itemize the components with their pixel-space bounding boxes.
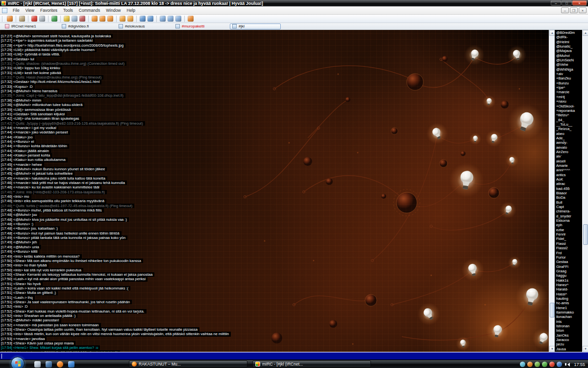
nicklist-item[interactable]: @UnSeeN <box>556 58 582 62</box>
taskbar-clock[interactable]: 17:55 <box>574 362 585 367</box>
tray-network-icon[interactable] <box>520 362 525 367</box>
dcc-send-icon[interactable] <box>140 16 146 22</box>
nicklist-item[interactable]: Capt <box>556 205 582 209</box>
nicklist-item[interactable]: AirZero <box>556 150 582 154</box>
nicklist-item[interactable]: inis <box>556 319 582 324</box>
nicklist-item[interactable]: +mHj <box>556 95 582 99</box>
nicklist-item[interactable]: Hakk1s <box>556 278 582 283</box>
nicklist-item[interactable]: ilonachan <box>556 315 582 319</box>
nicklist-item[interactable]: GiraFFi <box>556 264 582 269</box>
nicklist-item[interactable]: @dRk- <box>556 35 582 39</box>
connect-icon[interactable] <box>7 16 13 22</box>
tray-messenger-icon[interactable] <box>542 362 547 367</box>
nicklist-item[interactable]: haggu <box>556 273 582 278</box>
nicklist-item[interactable]: @lunatic_ <box>556 44 582 49</box>
nicklist-item[interactable]: Ixion <box>556 328 582 333</box>
nicklist-item[interactable]: ^liletzu^ <box>556 113 582 117</box>
nicklist-item[interactable]: Fidel_ <box>556 237 582 241</box>
volume-icon[interactable] <box>565 363 570 367</box>
menu-commands[interactable]: Commands <box>76 7 103 14</box>
disconnect-icon[interactable] <box>39 16 45 22</box>
nicklist-item[interactable]: +BanZku <box>556 76 582 80</box>
nicklist-item[interactable]: aevalo <box>556 145 582 150</box>
nicklist-item[interactable]: Flassi2 <box>556 246 582 250</box>
nicklist-item[interactable]: @Helmi <box>556 40 582 44</box>
switchbar-tab-elokuvaus[interactable]: #elokuvaus <box>116 24 167 29</box>
nicklist-item[interactable]: Jausa <box>556 347 582 351</box>
nicklist-item[interactable]: _64_ <box>556 118 582 122</box>
help-icon[interactable] <box>188 16 194 22</box>
switchbar-tab-digivideofi[interactable]: #digivideo.fi <box>59 24 110 29</box>
nicklist-item[interactable]: +Bunzu <box>556 81 582 85</box>
menu-window[interactable]: Window <box>103 7 123 14</box>
nicklist-item[interactable]: Bull <box>556 200 582 205</box>
nicklist-item[interactable]: itammakko <box>556 310 582 315</box>
menu-help[interactable]: Help <box>124 7 138 14</box>
nicklist-item[interactable]: Hene1 <box>556 306 582 310</box>
timer-icon[interactable] <box>72 16 77 22</box>
nicklist-item[interactable]: +aiv <box>556 72 582 76</box>
nicklist-item[interactable]: BoDa <box>556 195 582 200</box>
switchbar-tab-muropaketti[interactable]: #muropaketti <box>173 24 224 29</box>
tile-vertical-icon[interactable] <box>168 16 173 22</box>
channels-list-icon[interactable] <box>51 16 57 22</box>
nicklist-item[interactable]: hc-amis <box>556 301 582 305</box>
start-button[interactable] <box>11 357 24 368</box>
nicklist-item[interactable]: Hanez^ <box>556 283 582 287</box>
nicklist-item[interactable]: antics <box>556 173 582 177</box>
nicklist-scrollbar[interactable]: ▲ ▼ <box>582 30 588 352</box>
script-editor-icon[interactable] <box>92 16 98 22</box>
mdi-restore-button[interactable]: ❐ <box>570 7 578 13</box>
nicklist-item[interactable]: Jaracco <box>556 338 582 342</box>
nicklist-item[interactable]: @Vehe <box>556 62 582 67</box>
menu-view[interactable]: View <box>23 7 37 14</box>
nicklist-item[interactable]: __ToLu__ <box>556 122 582 127</box>
nicklist-item[interactable]: chimera- <box>556 209 582 213</box>
nicklist-item[interactable]: bad-455 <box>556 186 582 191</box>
cascade-windows-icon[interactable] <box>175 16 181 22</box>
message-input[interactable] <box>0 352 588 360</box>
channel-window-system-icon[interactable] <box>2 8 7 13</box>
nicklist-item[interactable]: Istronan <box>556 324 582 328</box>
nicklist-scrollbar-thumb[interactable] <box>583 224 588 245</box>
nicklist-item[interactable]: @B0red0m <box>556 30 582 35</box>
show-desktop-icon[interactable] <box>34 361 41 368</box>
chat-scrollbar-thumb[interactable] <box>550 303 555 317</box>
nicklist-item[interactable]: hauting <box>556 296 582 301</box>
nicklist-item[interactable]: _Reizca_ <box>556 127 582 131</box>
nicklist-item[interactable]: AoK <box>556 177 582 182</box>
nicklist-item[interactable]: +reporanka <box>556 108 582 113</box>
nicklist-item[interactable]: Amarie <box>556 163 582 168</box>
menu-favorites[interactable]: Favorites <box>37 7 60 14</box>
nicklist-item[interactable]: Ekkorna <box>556 218 582 223</box>
minimize-button[interactable]: – <box>551 0 561 5</box>
nicklist-item[interactable]: akseli <box>556 159 582 163</box>
nicklist-item[interactable]: Flassi <box>556 241 582 246</box>
colors-icon[interactable] <box>79 16 85 22</box>
nicklist-scroll-down-icon[interactable]: ▼ <box>583 346 588 352</box>
tray-update-icon[interactable] <box>535 362 540 367</box>
nicklist-item[interactable]: aendy- <box>556 140 582 145</box>
menu-file[interactable]: File <box>10 7 23 14</box>
nicklist-item[interactable]: Gestaa <box>556 260 582 264</box>
close-button[interactable]: × <box>572 0 587 5</box>
nicklist-item[interactable]: +Ipe^ <box>556 85 582 90</box>
mdi-close-button[interactable]: × <box>579 7 587 13</box>
nicklist-item[interactable]: Furior <box>556 255 582 260</box>
dcc-chat-icon[interactable] <box>147 16 153 22</box>
nicklist-item[interactable]: aiv` <box>556 154 582 158</box>
nicklist-item[interactable]: anni^^^^ <box>556 168 582 172</box>
switchbar-tab-jkl[interactable]: #jkl <box>230 24 281 29</box>
nicklist-item[interactable]: JanOks <box>556 333 582 338</box>
address-book-icon[interactable] <box>64 16 70 22</box>
tray-bluetooth-icon[interactable] <box>557 362 562 367</box>
nicklist-item[interactable]: @WhtNga <box>556 67 582 72</box>
nicklist-item[interactable]: @Majava <box>556 49 582 53</box>
chat-scrollbar[interactable]: ▲ ▼ <box>549 30 555 352</box>
nicklist-item[interactable]: abeo <box>556 131 582 136</box>
popups-icon[interactable] <box>107 16 113 22</box>
favorites-icon[interactable] <box>31 16 37 22</box>
maximize-button[interactable]: □ <box>562 0 572 5</box>
notify-list-icon[interactable] <box>127 16 133 22</box>
taskbar-task-firefox[interactable]: RAKASTUNUT – Mu... <box>129 361 247 368</box>
